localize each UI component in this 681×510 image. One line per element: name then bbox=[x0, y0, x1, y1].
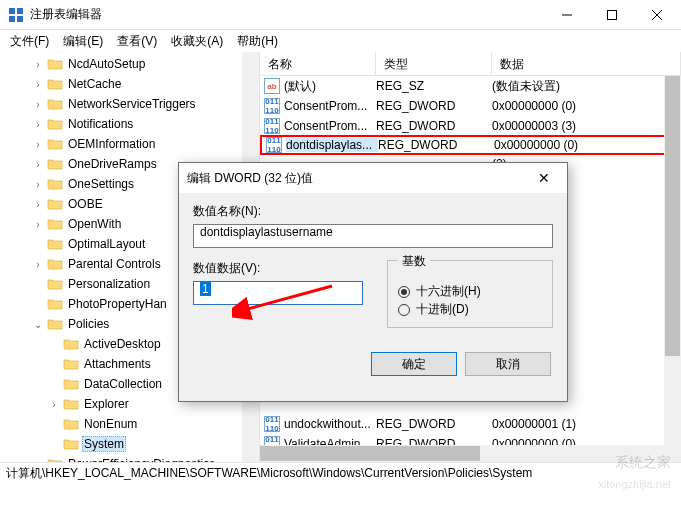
tree-item-label: PowerEfficiencyDiagnostics bbox=[66, 457, 217, 462]
cell-name: undockwithout... bbox=[284, 417, 376, 431]
cell-name: ConsentProm... bbox=[284, 119, 376, 133]
tree-twisty-icon[interactable]: › bbox=[32, 59, 44, 70]
menu-edit[interactable]: 编辑(E) bbox=[57, 31, 109, 52]
tree-twisty-icon[interactable]: › bbox=[32, 179, 44, 190]
tree-item[interactable]: ›OEMInformation bbox=[0, 134, 259, 154]
tree-item-label: OpenWith bbox=[66, 217, 123, 231]
cell-type: REG_DWORD bbox=[376, 99, 492, 113]
base-fieldset: 基数 十六进制(H) 十进制(D) bbox=[387, 260, 553, 328]
folder-icon bbox=[63, 437, 79, 451]
svg-rect-0 bbox=[9, 8, 15, 14]
ok-button[interactable]: 确定 bbox=[371, 352, 457, 376]
cell-type: REG_SZ bbox=[376, 79, 492, 93]
base-legend: 基数 bbox=[398, 253, 430, 270]
value-data-field[interactable]: 1 bbox=[193, 281, 363, 305]
tree-item-label: OneSettings bbox=[66, 177, 136, 191]
tree-item-label: Notifications bbox=[66, 117, 135, 131]
tree-twisty-icon[interactable]: › bbox=[32, 459, 44, 463]
tree-item[interactable]: ›NcdAutoSetup bbox=[0, 54, 259, 74]
value-data-label: 数值数据(V): bbox=[193, 260, 363, 277]
col-data[interactable]: 数据 bbox=[492, 52, 681, 75]
tree-twisty-icon[interactable]: › bbox=[32, 159, 44, 170]
list-row[interactable]: 011110ConsentProm...REG_DWORD0x00000000 … bbox=[260, 96, 681, 116]
tree-twisty-icon[interactable]: › bbox=[32, 119, 44, 130]
tree-item-label: NcdAutoSetup bbox=[66, 57, 147, 71]
tree-item[interactable]: NonEnum bbox=[0, 414, 259, 434]
folder-icon bbox=[47, 137, 63, 151]
title-bar: 注册表编辑器 bbox=[0, 0, 681, 30]
value-name-label: 数值名称(N): bbox=[193, 203, 553, 220]
list-row[interactable]: 011110dontdisplaylas...REG_DWORD0x000000… bbox=[260, 135, 681, 155]
radio-icon bbox=[398, 286, 410, 298]
tree-twisty-icon[interactable]: › bbox=[48, 399, 60, 410]
tree-item[interactable]: System bbox=[0, 434, 259, 454]
tree-item[interactable]: ›NetworkServiceTriggers bbox=[0, 94, 259, 114]
menu-view[interactable]: 查看(V) bbox=[111, 31, 163, 52]
scrollbar-thumb[interactable] bbox=[665, 76, 680, 356]
tree-item-label: OneDriveRamps bbox=[66, 157, 159, 171]
tree-item[interactable]: ›NetCache bbox=[0, 74, 259, 94]
cell-type: REG_DWORD bbox=[376, 119, 492, 133]
list-header: 名称 类型 数据 bbox=[260, 52, 681, 76]
cell-name: dontdisplaylas... bbox=[286, 138, 378, 152]
col-type[interactable]: 类型 bbox=[376, 52, 492, 75]
folder-icon bbox=[47, 257, 63, 271]
tree-item-label: Explorer bbox=[82, 397, 131, 411]
list-hscrollbar[interactable] bbox=[260, 445, 664, 462]
dialog-titlebar[interactable]: 编辑 DWORD (32 位)值 ✕ bbox=[179, 163, 567, 193]
folder-icon bbox=[63, 417, 79, 431]
dialog-title: 编辑 DWORD (32 位)值 bbox=[187, 170, 529, 187]
value-name-field[interactable]: dontdisplaylastusername bbox=[193, 224, 553, 248]
folder-icon bbox=[47, 317, 63, 331]
folder-icon bbox=[63, 397, 79, 411]
close-button[interactable] bbox=[634, 0, 679, 30]
tree-item-label: Attachments bbox=[82, 357, 153, 371]
list-row[interactable]: 011110undockwithout...REG_DWORD0x0000000… bbox=[260, 414, 681, 434]
list-row[interactable]: 011110ConsentProm...REG_DWORD0x00000003 … bbox=[260, 116, 681, 136]
scrollbar-thumb[interactable] bbox=[260, 446, 480, 461]
tree-item[interactable]: ›Notifications bbox=[0, 114, 259, 134]
svg-rect-2 bbox=[9, 16, 15, 22]
window-title: 注册表编辑器 bbox=[30, 6, 544, 23]
tree-item-label: PhotoPropertyHan bbox=[66, 297, 169, 311]
menu-file[interactable]: 文件(F) bbox=[4, 31, 55, 52]
status-path: 计算机\HKEY_LOCAL_MACHINE\SOFTWARE\Microsof… bbox=[6, 465, 532, 482]
menu-bar: 文件(F) 编辑(E) 查看(V) 收藏夹(A) 帮助(H) bbox=[0, 30, 681, 52]
tree-twisty-icon[interactable]: › bbox=[32, 199, 44, 210]
status-bar: 计算机\HKEY_LOCAL_MACHINE\SOFTWARE\Microsof… bbox=[0, 462, 681, 484]
folder-icon bbox=[47, 177, 63, 191]
radio-dec[interactable]: 十进制(D) bbox=[398, 301, 542, 318]
tree-twisty-icon[interactable]: › bbox=[32, 139, 44, 150]
folder-icon bbox=[47, 117, 63, 131]
tree-twisty-icon[interactable]: › bbox=[32, 79, 44, 90]
folder-icon bbox=[47, 297, 63, 311]
cancel-button[interactable]: 取消 bbox=[465, 352, 551, 376]
tree-twisty-icon[interactable]: › bbox=[32, 99, 44, 110]
menu-favorites[interactable]: 收藏夹(A) bbox=[165, 31, 229, 52]
cell-name: ConsentProm... bbox=[284, 99, 376, 113]
cell-data: 0x00000000 (0) bbox=[494, 138, 679, 152]
dialog-close-button[interactable]: ✕ bbox=[529, 170, 559, 186]
tree-item-label: System bbox=[82, 436, 126, 452]
tree-twisty-icon[interactable]: ⌄ bbox=[32, 319, 44, 330]
cell-data: (数值未设置) bbox=[492, 78, 681, 95]
window-controls bbox=[544, 0, 679, 30]
dword-value-icon: 011110 bbox=[264, 118, 280, 134]
folder-icon bbox=[47, 457, 63, 462]
tree-item[interactable]: ›PowerEfficiencyDiagnostics bbox=[0, 454, 259, 462]
folder-icon bbox=[47, 217, 63, 231]
tree-twisty-icon[interactable]: › bbox=[32, 219, 44, 230]
folder-icon bbox=[47, 197, 63, 211]
tree-twisty-icon[interactable]: › bbox=[32, 259, 44, 270]
minimize-button[interactable] bbox=[544, 0, 589, 30]
list-row[interactable]: ab(默认)REG_SZ(数值未设置) bbox=[260, 76, 681, 96]
col-name[interactable]: 名称 bbox=[260, 52, 376, 75]
menu-help[interactable]: 帮助(H) bbox=[231, 31, 284, 52]
folder-icon bbox=[47, 77, 63, 91]
maximize-button[interactable] bbox=[589, 0, 634, 30]
radio-hex[interactable]: 十六进制(H) bbox=[398, 283, 542, 300]
list-vscrollbar[interactable] bbox=[664, 76, 681, 445]
svg-rect-5 bbox=[607, 10, 616, 19]
folder-icon bbox=[47, 97, 63, 111]
svg-rect-1 bbox=[17, 8, 23, 14]
